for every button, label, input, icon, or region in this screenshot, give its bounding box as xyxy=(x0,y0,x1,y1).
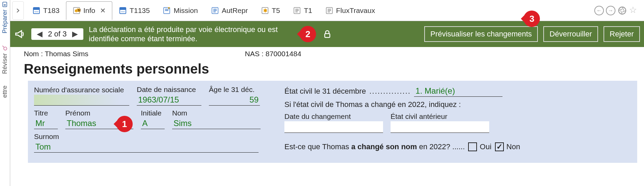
left-sidebar: Préparer Réviser ettre xyxy=(0,0,10,186)
nas-value: 870001484 xyxy=(266,50,301,58)
form-warning-icon: ! xyxy=(163,6,171,15)
tab-bar: T183 ✱M Info ✕ T1135 ! Mission AutRe xyxy=(10,0,644,21)
pager-prev-button[interactable]: ◀ xyxy=(35,30,45,38)
title-label: Titre xyxy=(34,109,58,117)
tab-t1135[interactable]: T1135 xyxy=(112,1,156,20)
notification-message: La déclaration a été produite par voie é… xyxy=(89,25,307,44)
marital-label: État civil le 31 décembre xyxy=(284,87,366,96)
expand-tabs-button[interactable] xyxy=(12,1,24,20)
tab-label: Info xyxy=(83,6,95,15)
name-changed-question: Est-ce que Thomas a changé son nom en 20… xyxy=(284,142,465,151)
name-label: Nom : xyxy=(24,50,45,58)
tab-label: T1135 xyxy=(130,6,150,15)
sidebar-item-preparer[interactable]: Préparer xyxy=(1,0,9,37)
dob-label: Date de naissance xyxy=(137,86,201,94)
svg-rect-13 xyxy=(120,7,126,10)
tab-t183[interactable]: T183 xyxy=(26,1,66,20)
lastname-field[interactable]: Sims xyxy=(172,118,261,129)
prev-marital-label: État civil antérieur xyxy=(391,112,489,121)
svg-rect-6 xyxy=(33,7,39,10)
personal-info-form: Numéro d'assurance sociale Date de naiss… xyxy=(28,81,637,163)
annotation-3: 3 xyxy=(524,11,540,27)
star-icon[interactable]: ☆ xyxy=(629,5,639,16)
svg-point-33 xyxy=(619,7,626,14)
title-field[interactable]: Mr xyxy=(34,118,58,129)
tab-label: AutRepr xyxy=(222,6,248,15)
prev-marital-field[interactable] xyxy=(391,121,489,133)
magnifier-icon xyxy=(2,45,8,51)
lastname-label: Nom xyxy=(172,109,261,117)
checkbox-checked-icon: ✓ xyxy=(495,142,504,151)
tab-autrepr[interactable]: AutRepr xyxy=(204,1,254,20)
name-value: Thomas Sims xyxy=(45,50,88,58)
tab-mission[interactable]: ! Mission xyxy=(156,1,204,20)
document-icon xyxy=(2,1,8,7)
tab-fluxtravaux[interactable]: FluxTravaux xyxy=(319,1,382,20)
form-blue-icon xyxy=(32,6,40,15)
aperture-icon[interactable] xyxy=(617,6,627,15)
age-field: 59 xyxy=(209,94,260,106)
nas-label: NAS : xyxy=(245,50,266,58)
svg-text:M: M xyxy=(78,8,81,12)
annotation-2: 2 xyxy=(300,26,316,42)
checkbox-empty-icon xyxy=(468,142,477,151)
tab-label: T183 xyxy=(43,6,60,15)
lock-icon xyxy=(322,29,332,39)
pager: ◀ 2 of 3 ▶ xyxy=(31,28,83,40)
reject-button[interactable]: Rejeter xyxy=(604,26,640,42)
svg-rect-7 xyxy=(34,11,38,12)
svg-text:!: ! xyxy=(168,7,169,10)
sidebar-item-label: Préparer xyxy=(1,10,9,33)
tab-t1[interactable]: T1 xyxy=(286,1,319,20)
pager-text: 2 of 3 xyxy=(48,30,67,38)
sin-label: Numéro d'assurance sociale xyxy=(34,86,129,94)
tab-info[interactable]: ✱M Info ✕ xyxy=(66,1,112,20)
svg-line-4 xyxy=(3,46,4,47)
marital-changed-text: Si l'état civil de Thomas a changé en 20… xyxy=(284,100,631,109)
megaphone-icon xyxy=(14,28,26,40)
initial-label: Initiale xyxy=(141,109,165,117)
tab-t5[interactable]: ✱ T5 xyxy=(254,1,287,20)
tab-label: FluxTravaux xyxy=(336,6,375,15)
svg-point-3 xyxy=(4,47,7,50)
form-scroll[interactable]: Nom : Thomas Sims NAS : 870001484 Rensei… xyxy=(10,47,644,186)
name-changed-no[interactable]: ✓ Non xyxy=(495,142,520,151)
notification-bar: ◀ 2 of 3 ▶ La déclaration a été produite… xyxy=(10,21,644,47)
tab-label: Mission xyxy=(174,6,198,15)
form-blue-icon xyxy=(119,6,127,15)
section-title: Renseignements personnels xyxy=(10,59,644,81)
marital-field[interactable]: 1. Marié(e) xyxy=(414,86,502,97)
sidebar-item-label: Réviser xyxy=(1,53,9,74)
name-changed-yes[interactable]: Oui xyxy=(468,142,491,151)
sidebar-item-reviser[interactable]: Réviser xyxy=(1,44,9,77)
form-star-m-icon: ✱M xyxy=(72,6,81,15)
form-lines-icon xyxy=(325,6,333,15)
dob-field[interactable]: 1963/07/15 xyxy=(137,94,201,106)
form-header: Nom : Thomas Sims NAS : 870001484 xyxy=(10,47,644,59)
svg-text:✱: ✱ xyxy=(263,8,267,13)
nickname-label: Surnom xyxy=(34,133,259,141)
nav-forward-icon[interactable]: → xyxy=(606,6,615,15)
form-star-icon: ✱ xyxy=(261,6,269,15)
form-lines-icon xyxy=(293,6,301,15)
unlock-button[interactable]: Déverrouiller xyxy=(543,26,598,42)
sin-field[interactable] xyxy=(34,95,129,106)
nickname-field[interactable]: Tom xyxy=(34,141,259,153)
sidebar-item-label: ettre xyxy=(1,86,9,98)
sidebar-item-lettre[interactable]: ettre xyxy=(1,84,9,101)
svg-rect-14 xyxy=(121,11,125,12)
change-date-field[interactable] xyxy=(284,121,383,133)
change-date-label: Date du changement xyxy=(284,112,383,121)
initial-field[interactable]: A xyxy=(141,118,165,129)
age-label: Âge le 31 déc. xyxy=(209,86,260,94)
nav-back-icon[interactable]: ← xyxy=(594,6,604,15)
dots: ............... xyxy=(369,87,411,96)
annotation-1: 1 xyxy=(116,116,133,132)
tab-label: T5 xyxy=(272,6,280,15)
form-lines-icon xyxy=(211,6,219,15)
svg-rect-34 xyxy=(325,34,330,37)
pager-next-button[interactable]: ▶ xyxy=(70,30,80,38)
preview-changes-button[interactable]: Prévisualiser les changements xyxy=(424,26,538,42)
close-icon[interactable]: ✕ xyxy=(100,6,106,15)
tab-label: T1 xyxy=(304,6,312,15)
